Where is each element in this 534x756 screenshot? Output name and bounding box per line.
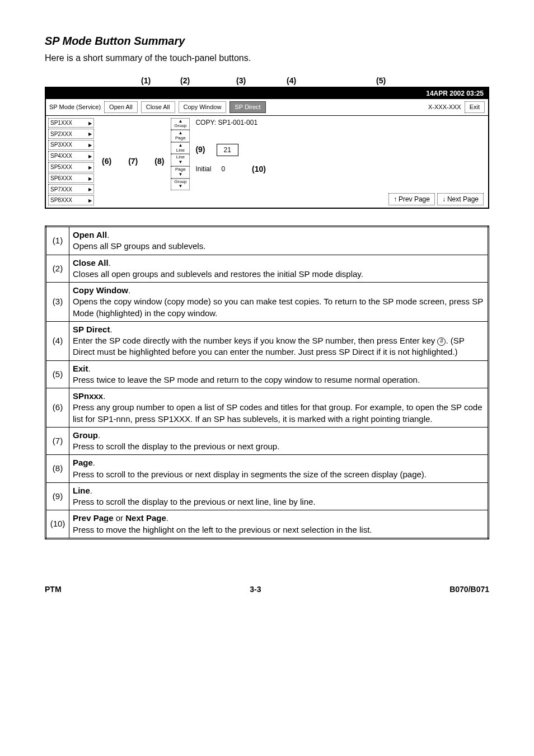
sp-mode-diagram: (1) (2) (3) (4) (5) 14APR 2002 03:25 SP … [45,87,489,209]
copy-window-button[interactable]: Copy Window [179,101,227,113]
row-num: (8) [46,455,69,483]
table-row: (6) SPnxxx.Press any group number to ope… [46,388,489,428]
callout-7: (7) [128,156,138,167]
prev-page-button[interactable]: ↑Prev Page [388,193,435,205]
sp2xxx-button[interactable]: SP2XXX [48,129,94,139]
group-up-button[interactable]: Group [171,118,190,130]
table-row: (2) Close All.Closes all open groups and… [46,255,489,283]
value-box: 21 [217,144,238,156]
triangle-icon [88,130,92,138]
page-down-button[interactable]: Page [171,166,190,179]
row-text: Line.Press to scroll the display to the … [69,482,489,510]
initial-label: Initial [195,165,211,173]
table-row: (3) Copy Window.Opens the copy window (c… [46,283,489,322]
table-row: (1) Open All.Opens all SP groups and sub… [46,227,489,255]
callout-9: (9) [195,144,205,155]
sp7xxx-button[interactable]: SP7XXX [48,184,94,194]
row-num: (10) [46,510,69,539]
group-down-button[interactable]: Group [171,179,190,191]
initial-value: 0 [221,165,225,173]
table-row: (5) Exit.Press twice to leave the SP mod… [46,360,489,388]
callout-3: (3) [236,76,246,86]
table-row: (10) Prev Page or Next Page.Press to mov… [46,510,489,539]
triangle-icon [88,163,92,171]
page-title: SP Mode Button Summary [45,34,489,49]
down-arrow-icon [171,184,189,189]
timestamp-bar: 14APR 2002 03:25 [46,88,488,99]
up-arrow-icon: ↑ [394,195,397,204]
row-text: Copy Window.Opens the copy window (copy … [69,283,489,322]
callout-1: (1) [141,76,151,86]
footer-left: PTM [45,584,62,595]
sp8xxx-button[interactable]: SP8XXX [48,195,94,205]
row-text: SPnxxx.Press any group number to open a … [69,388,489,428]
row-num: (9) [46,482,69,510]
close-all-button[interactable]: Close All [141,101,175,113]
row-text: Page.Press to scroll to the previous or … [69,455,489,483]
sp3xxx-button[interactable]: SP3XXX [48,140,94,150]
footer-right: B070/B071 [449,584,489,595]
mid-callouts: (6) (7) (8) [96,116,170,208]
content-area: COPY: SP1-001-001 (9) 21 Initial 0 (10) … [191,116,488,208]
toolbar: SP Mode (Service) Open All Close All Cop… [46,99,488,116]
line-up-button[interactable]: Line [171,142,190,154]
sp1xxx-button[interactable]: SP1XXX [48,118,94,128]
callout-8: (8) [154,156,164,167]
sp-sidebar: SP1XXX SP2XXX SP3XXX SP4XXX SP5XXX SP6XX… [46,116,96,208]
row-num: (7) [46,427,69,455]
row-text: Exit.Press twice to leave the SP mode an… [69,360,489,388]
mode-label: SP Mode (Service) [49,103,101,111]
callout-5: (5) [376,76,386,86]
table-row: (9) Line.Press to scroll the display to … [46,482,489,510]
row-num: (3) [46,283,69,322]
row-text: Close All.Closes all open groups and sub… [69,255,489,283]
callout-4: (4) [287,76,296,86]
triangle-icon [88,152,92,160]
table-row: (8) Page.Press to scroll to the previous… [46,455,489,483]
copy-title: COPY: SP1-001-001 [195,118,484,127]
next-page-button[interactable]: ↓Next Page [437,193,484,205]
callout-2: (2) [180,76,190,86]
sp4xxx-button[interactable]: SP4XXX [48,151,94,161]
triangle-icon [88,175,92,182]
down-arrow-icon: ↓ [442,195,446,204]
callout-6: (6) [102,156,111,167]
page-up-button[interactable]: Page [171,130,190,142]
footer-center: 3-3 [250,584,261,595]
page-footer: PTM 3-3 B070/B071 [45,584,489,595]
triangle-icon [88,119,92,127]
hash-key-icon: # [437,337,446,346]
open-all-button[interactable]: Open All [104,101,138,113]
exit-button[interactable]: Exit [465,101,485,113]
row-num: (2) [46,255,69,283]
triangle-icon [88,185,92,193]
sp6xxx-button[interactable]: SP6XXX [48,173,94,184]
row-num: (5) [46,360,69,388]
line-down-button[interactable]: Line [171,154,190,166]
table-row: (4) SP Direct.Enter the SP code directly… [46,321,489,360]
callout-10: (10) [252,164,266,175]
row-text: Open All.Opens all SP groups and subleve… [69,227,489,255]
row-num: (6) [46,388,69,428]
definitions-table: (1) Open All.Opens all SP groups and sub… [45,226,489,539]
sp5xxx-button[interactable]: SP5XXX [48,162,94,172]
row-text: Prev Page or Next Page.Press to move the… [69,510,489,539]
row-text: Group.Press to scroll the display to the… [69,427,489,455]
row-num: (4) [46,321,69,360]
nav-column: Group Page Line Line Page Group [170,116,191,208]
triangle-icon [88,196,92,204]
row-num: (1) [46,227,69,255]
triangle-icon [88,141,92,149]
intro-text: Here is a short summary of the touch-pan… [45,52,489,64]
xxx-label: X-XXX-XXX [428,103,461,111]
sp-direct-button[interactable]: SP Direct [229,101,265,113]
down-arrow-icon [171,172,189,177]
down-arrow-icon [171,160,189,165]
table-row: (7) Group.Press to scroll the display to… [46,427,489,455]
row-text: SP Direct.Enter the SP code directly wit… [69,321,489,360]
